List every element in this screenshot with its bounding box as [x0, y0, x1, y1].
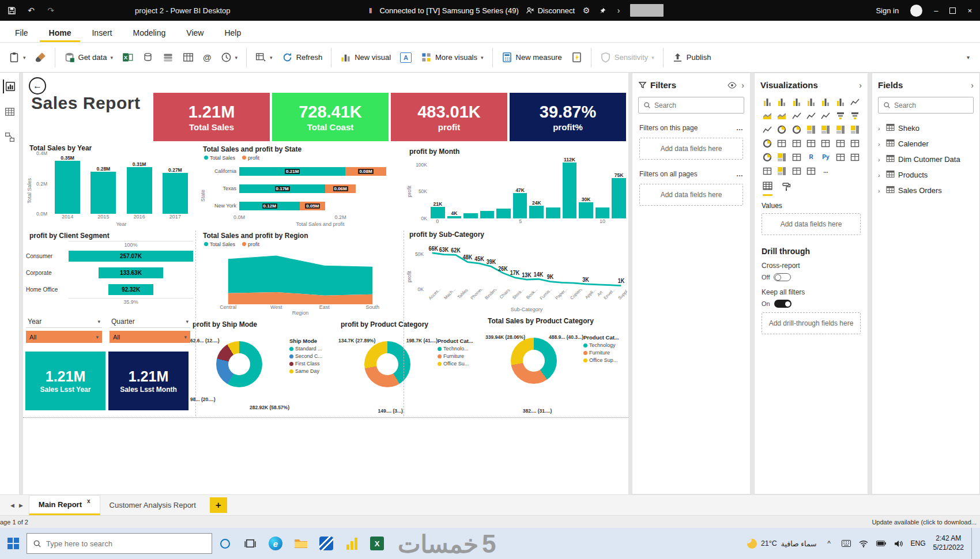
- funnel-bar[interactable]: 257.07K: [69, 251, 193, 262]
- waterfall-chart-icon[interactable]: [834, 109, 847, 122]
- slicer-icon[interactable]: [819, 137, 832, 149]
- python-visual-icon[interactable]: Py: [819, 151, 832, 163]
- filters-page-dropzone[interactable]: Add data fields here: [639, 138, 743, 160]
- chart-profit-by-product-category[interactable]: profit by Product Category 134.7K (27.89…: [337, 319, 481, 415]
- funnel-bar[interactable]: 92.32K: [108, 284, 153, 295]
- 100-stacked-bar-chart-icon[interactable]: [819, 96, 832, 108]
- task-view-icon[interactable]: [238, 528, 263, 559]
- menu-view[interactable]: View: [177, 23, 213, 42]
- minimize-button[interactable]: –: [934, 6, 938, 15]
- menu-help[interactable]: Help: [215, 23, 250, 42]
- get-data-button[interactable]: Get data ▾: [60, 48, 117, 66]
- more-options-icon[interactable]: …: [736, 170, 743, 178]
- collapse-pane-chevron-icon[interactable]: ›: [741, 81, 744, 90]
- stacked-bar-chart-icon[interactable]: [760, 96, 774, 108]
- bar-segment[interactable]: 0.21M: [239, 167, 345, 176]
- more-visuals-button[interactable]: More visuals ▾: [417, 48, 488, 66]
- edge-icon[interactable]: e: [263, 528, 288, 559]
- more-options-icon[interactable]: …: [736, 124, 743, 132]
- map-icon[interactable]: [819, 123, 832, 135]
- enter-data-button[interactable]: [179, 48, 198, 66]
- collapse-pane-chevron-icon[interactable]: ›: [859, 81, 862, 90]
- tab-customer-analysis-report[interactable]: Customer Analysis Report: [100, 495, 205, 515]
- quarter-slicer-dropdown[interactable]: All ▾: [110, 331, 190, 343]
- area-chart-icon[interactable]: [760, 109, 774, 122]
- shape-map-icon[interactable]: [849, 123, 862, 135]
- field-table-dim-cutomer-data[interactable]: ›Dim Cutomer Data: [875, 152, 977, 167]
- filled-map-icon[interactable]: [834, 123, 847, 135]
- fields-search-box[interactable]: [878, 97, 974, 114]
- paste-button[interactable]: ▾: [5, 48, 30, 66]
- card-icon[interactable]: [775, 137, 788, 149]
- text-box-button[interactable]: A: [396, 49, 416, 66]
- taskbar-clock[interactable]: 2:42 AM 5/21/2022: [933, 534, 964, 552]
- update-notice[interactable]: Update available (click to download...: [872, 519, 977, 526]
- menu-file[interactable]: File: [6, 23, 37, 42]
- save-icon[interactable]: [7, 6, 16, 15]
- clustered-bar-chart-icon[interactable]: [790, 96, 803, 108]
- ribbon-collapse-chevron[interactable]: ▾: [967, 54, 975, 61]
- line-and-stacked-column-chart-icon[interactable]: [790, 109, 803, 122]
- excel-workbook-button[interactable]: X: [118, 48, 137, 66]
- undo-icon[interactable]: ↶: [27, 6, 36, 15]
- pie-chart-icon[interactable]: [775, 123, 788, 135]
- power-automate-icon[interactable]: [790, 165, 803, 177]
- new-measure-button[interactable]: New measure: [497, 48, 566, 66]
- bar[interactable]: [546, 207, 560, 218]
- new-page-button[interactable]: +: [210, 497, 227, 513]
- menu-home[interactable]: Home: [40, 23, 81, 42]
- kpi-card-0[interactable]: 1.21MSales Lsst Year: [25, 352, 105, 410]
- speaker-icon[interactable]: [894, 539, 903, 548]
- field-table-sales-orders[interactable]: ›Sales Orders: [875, 183, 977, 198]
- donut-ring[interactable]: [216, 341, 262, 387]
- language-indicator[interactable]: ENG: [911, 539, 926, 547]
- ribbon-chart-icon[interactable]: [819, 109, 832, 122]
- qa-visual-icon[interactable]: [790, 151, 803, 163]
- network-wifi-icon[interactable]: [859, 539, 869, 548]
- settings-gear-icon[interactable]: ⚙: [582, 6, 591, 15]
- redo-icon[interactable]: ↷: [46, 6, 55, 15]
- chart-total-sales-by-year[interactable]: Total Sales by Year Total Sales0.4M0.2M0…: [26, 143, 193, 228]
- year-slicer[interactable]: Year ▾ All ▾: [26, 317, 102, 343]
- chart-sales-profit-by-region[interactable]: Total Sales and profit by Region Total S…: [199, 231, 401, 317]
- scatter-chart-icon[interactable]: [760, 123, 774, 135]
- 100-stacked-column-chart-icon[interactable]: [834, 96, 847, 108]
- expand-chevron-icon[interactable]: ›: [878, 156, 883, 163]
- sign-in-button[interactable]: Sign in: [876, 6, 899, 15]
- close-tab-icon[interactable]: x: [87, 498, 91, 504]
- taskbar-search[interactable]: [27, 533, 212, 554]
- menu-modeling[interactable]: Modeling: [123, 23, 175, 42]
- model-view-button[interactable]: [3, 130, 17, 144]
- stacked-area-chart-icon[interactable]: [775, 109, 788, 122]
- bar[interactable]: [529, 206, 544, 218]
- power-bi-taskbar-icon[interactable]: [339, 528, 364, 559]
- more-options-icon[interactable]: ...: [819, 165, 832, 177]
- kpi-card-1[interactable]: 728.41KTotal Coast: [272, 93, 389, 141]
- bar-segment[interactable]: 0.05M: [300, 202, 325, 210]
- bar-segment[interactable]: 0.17M: [239, 184, 325, 193]
- metrics-icon[interactable]: [849, 151, 862, 163]
- bar[interactable]: [127, 167, 152, 214]
- expand-chevron-icon[interactable]: ›: [878, 141, 883, 148]
- chevron-down-icon[interactable]: ▾: [97, 319, 100, 324]
- data-view-button[interactable]: [3, 105, 17, 119]
- treemap-icon[interactable]: [804, 123, 817, 135]
- matrix-icon[interactable]: [849, 137, 862, 149]
- line-chart-icon[interactable]: [849, 96, 862, 108]
- chart-profit-by-subcategory[interactable]: profit by Sub-Category profit50K0K66K63K…: [406, 229, 627, 314]
- bar-segment[interactable]: 0.08M: [345, 167, 386, 176]
- filters-search-input[interactable]: [654, 101, 739, 109]
- recent-sources-button[interactable]: ▾: [217, 48, 242, 66]
- kpi-card-3[interactable]: 39.87%profit%: [510, 93, 626, 141]
- donut-ring[interactable]: [511, 338, 557, 384]
- donut-chart-icon[interactable]: [790, 123, 803, 135]
- file-explorer-icon[interactable]: [288, 528, 314, 559]
- prev-page-icon[interactable]: ◀: [10, 503, 14, 508]
- disconnect-button[interactable]: Disconnect: [526, 6, 575, 15]
- refresh-button[interactable]: Refresh: [278, 48, 327, 66]
- collapse-pane-chevron-icon[interactable]: ›: [971, 81, 974, 90]
- line-and-clustered-column-chart-icon[interactable]: [804, 109, 817, 122]
- battery-icon[interactable]: [876, 539, 886, 548]
- drill-through-dropzone[interactable]: Add drill-through fields here: [762, 312, 861, 334]
- report-canvas[interactable]: ← Sales Report 1.21MTotal Sales728.41KTo…: [23, 73, 628, 494]
